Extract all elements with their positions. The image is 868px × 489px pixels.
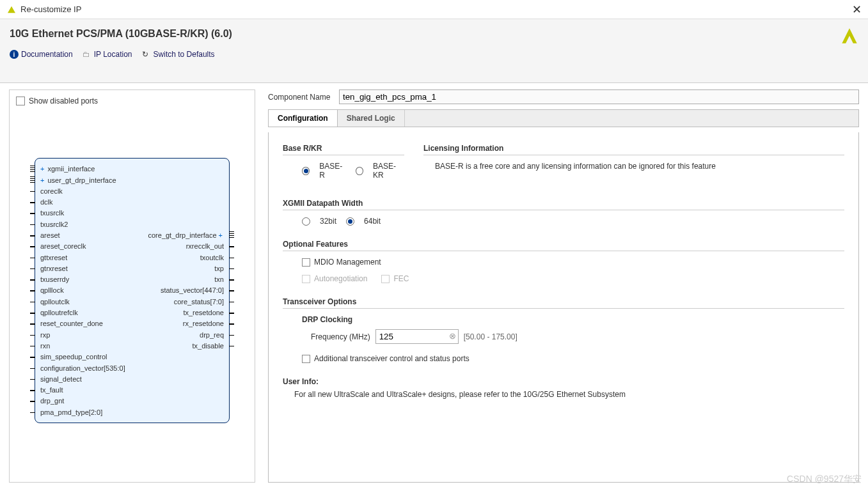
- freq-range: [50.00 - 175.00]: [464, 332, 517, 341]
- port-row: txuserrdytxn: [40, 274, 224, 285]
- left-panel: Show disabled ports + xgmii_interface+ u…: [9, 89, 255, 483]
- show-disabled-checkbox-row: Show disabled ports: [16, 97, 248, 105]
- port-left: configuration_vector[535:0]: [40, 364, 125, 372]
- component-name-input[interactable]: [339, 89, 859, 104]
- drp-clocking-label: DRP Clocking: [302, 315, 844, 324]
- fec-label: FEC: [393, 274, 409, 283]
- port-left: gtrxreset: [40, 265, 68, 272]
- fec-checkbox: [381, 275, 390, 283]
- toolbar: i Documentation 🗀 IP Location ↻ Switch t…: [10, 50, 858, 59]
- port-row: drp_gnt: [40, 396, 224, 407]
- port-row: qplllockstatus_vector[447:0]: [40, 285, 224, 296]
- port-left: txusrclk: [40, 209, 64, 217]
- right-panel: Component Name Configuration Shared Logi…: [268, 89, 859, 483]
- mdio-checkbox[interactable]: [302, 258, 310, 267]
- port-left: rxn: [40, 342, 50, 350]
- port-left: rxp: [40, 331, 50, 339]
- port-right: txp: [214, 265, 224, 272]
- port-row: signal_detect: [40, 373, 224, 384]
- port-row: rxpdrp_req: [40, 329, 224, 340]
- app-logo-icon: [6, 4, 17, 15]
- port-right: core_status[7:0]: [174, 298, 224, 306]
- mdio-label: MDIO Management: [314, 258, 381, 267]
- port-left: dclk: [40, 198, 53, 206]
- titlebar: Re-customize IP ✕: [0, 0, 868, 19]
- license-title: Licensing Information: [423, 144, 844, 155]
- port-row: txusrclk2: [40, 219, 224, 229]
- radio-64bit[interactable]: [346, 217, 354, 226]
- port-row: configuration_vector[535:0]: [40, 362, 224, 373]
- port-left: txusrclk2: [40, 221, 68, 228]
- port-row: qplloutrefclktx_resetdone: [40, 307, 224, 318]
- port-right: rx_resetdone: [183, 320, 224, 327]
- port-left: areset: [40, 231, 60, 239]
- port-row: + xgmii_interface: [40, 164, 224, 175]
- show-disabled-checkbox[interactable]: [16, 97, 25, 105]
- port-row: areset_coreclkrxrecclk_out: [40, 241, 224, 252]
- port-right: txn: [214, 276, 224, 283]
- port-left: qplloutrefclk: [40, 309, 78, 316]
- port-row: qplloutclkcore_status[7:0]: [40, 296, 224, 307]
- component-name-row: Component Name: [268, 89, 859, 104]
- port-left: qplllock: [40, 286, 64, 294]
- port-row: tx_fault: [40, 385, 224, 396]
- port-row: gttxresettxoutclk: [40, 252, 224, 263]
- radio-base-r[interactable]: [302, 167, 310, 175]
- add-transceiver-checkbox[interactable]: [302, 355, 310, 363]
- ip-location-link[interactable]: 🗀 IP Location: [83, 50, 132, 59]
- ip-title: 10G Ethernet PCS/PMA (10GBASE-R/KR) (6.0…: [10, 28, 858, 40]
- port-right: txoutclk: [200, 254, 224, 261]
- port-row: dclk: [40, 196, 224, 207]
- port-right: tx_disable: [192, 342, 224, 350]
- radio-base-r-label: BASE-R: [319, 162, 346, 180]
- port-row: + user_gt_drp_interface: [40, 175, 224, 185]
- freq-label: Frequency (MHz): [311, 332, 370, 341]
- port-left: txuserrdy: [40, 276, 69, 283]
- port-right: core_gt_drp_interface +: [148, 231, 224, 239]
- port-left: tx_fault: [40, 386, 63, 394]
- ip-location-label: IP Location: [94, 50, 132, 59]
- block-diagram: + xgmii_interface+ user_gt_drp_interface…: [16, 105, 248, 476]
- port-left: pma_pmd_type[2:0]: [40, 408, 102, 416]
- port-right: rxrecclk_out: [186, 242, 224, 250]
- header: 10G Ethernet PCS/PMA (10GBASE-R/KR) (6.0…: [0, 19, 868, 83]
- folder-icon: 🗀: [83, 50, 91, 59]
- port-right: tx_resetdone: [183, 309, 224, 316]
- port-row: sim_speedup_control: [40, 352, 224, 362]
- port-left: + xgmii_interface: [40, 165, 95, 173]
- refresh-icon: ↻: [142, 50, 151, 59]
- autoneg-label: Autonegotiation: [314, 274, 367, 283]
- radio-base-kr[interactable]: [356, 167, 363, 175]
- port-left: coreclk: [40, 187, 63, 195]
- port-left: sim_speedup_control: [40, 353, 107, 361]
- vendor-logo-icon: [840, 27, 858, 45]
- add-transceiver-label: Additional transceiver control and statu…: [314, 354, 470, 363]
- tab-shared-logic[interactable]: Shared Logic: [338, 110, 405, 127]
- radio-32bit[interactable]: [302, 217, 310, 226]
- port-left: gttxreset: [40, 254, 67, 261]
- documentation-link[interactable]: i Documentation: [10, 50, 73, 59]
- info-icon: i: [10, 50, 19, 59]
- port-row: pma_pmd_type[2:0]: [40, 407, 224, 417]
- transceiver-title: Transceiver Options: [283, 297, 844, 309]
- license-text: BASE-R is a free core and any licensing …: [423, 162, 844, 171]
- port-row: aresetcore_gt_drp_interface +: [40, 229, 224, 240]
- port-left: signal_detect: [40, 375, 82, 383]
- port-left: qplloutclk: [40, 298, 70, 306]
- component-name-label: Component Name: [268, 93, 335, 102]
- window-title: Re-customize IP: [20, 4, 81, 14]
- switch-defaults-link[interactable]: ↻ Switch to Defaults: [142, 50, 215, 59]
- port-left: areset_coreclk: [40, 242, 86, 250]
- ip-block: + xgmii_interface+ user_gt_drp_interface…: [35, 158, 230, 424]
- user-info-title: User Info:: [283, 377, 319, 386]
- documentation-label: Documentation: [21, 50, 73, 59]
- radio-32bit-label: 32bit: [320, 217, 336, 226]
- main-body: Show disabled ports + xgmii_interface+ u…: [0, 83, 868, 489]
- freq-input[interactable]: [375, 329, 459, 344]
- close-button[interactable]: ✕: [852, 3, 862, 17]
- optional-title: Optional Features: [283, 240, 844, 251]
- config-area: Base R/KR BASE-R BASE-KR Licensing Infor…: [268, 132, 859, 483]
- port-left: drp_gnt: [40, 397, 64, 405]
- tab-configuration[interactable]: Configuration: [269, 110, 338, 127]
- switch-defaults-label: Switch to Defaults: [154, 50, 215, 59]
